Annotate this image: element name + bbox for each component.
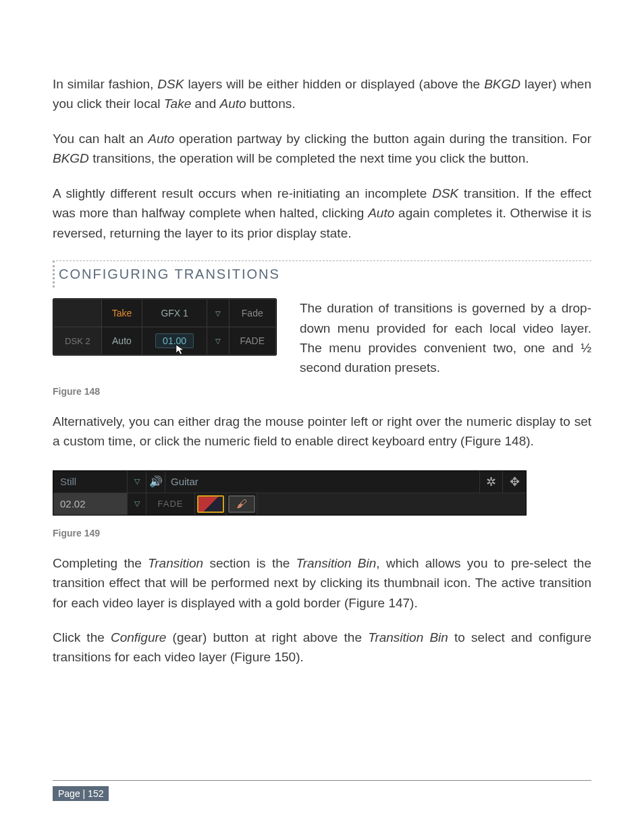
brush-icon: 🖌: [228, 495, 255, 513]
transition-thumbnail[interactable]: 🖌: [226, 493, 257, 515]
italic-transition-bin: Transition Bin: [296, 556, 377, 570]
italic-auto: Auto: [368, 206, 394, 220]
paragraph-1: In similar fashion, DSK layers will be e…: [53, 74, 591, 114]
fade-button[interactable]: FADE: [229, 327, 275, 355]
transition-thumbnail-active[interactable]: [195, 493, 226, 515]
text: Completing the: [53, 556, 148, 570]
fig148-empty-cell: [54, 300, 102, 327]
text: section is the: [203, 556, 296, 570]
paragraph-5: Alternatively, you can either drag the m…: [53, 412, 591, 451]
dropdown-icon[interactable]: ▽: [128, 471, 146, 493]
italic-dsk: DSK: [432, 186, 458, 200]
still-label: Still: [53, 471, 128, 493]
figure-148-caption: Figure 148: [53, 386, 591, 397]
duration-field[interactable]: 02.02: [53, 493, 128, 515]
italic-take: Take: [164, 96, 192, 111]
figure-149-image: Still ▽ 🔊 Guitar ✲ ✥ 02.02 ▽ FADE 🖌: [53, 470, 527, 516]
cursor-icon: [175, 343, 187, 356]
source-title: Guitar: [165, 471, 480, 493]
paragraph-2: You can halt an Auto operation partway b…: [53, 129, 591, 169]
italic-bkgd: BKGD: [484, 77, 520, 91]
fade-label: FADE: [146, 493, 195, 515]
auto-button[interactable]: Auto: [101, 327, 142, 355]
footer-rule: [53, 780, 591, 781]
paragraph-7: Click the Configure (gear) button at rig…: [53, 628, 591, 667]
fade-label: Fade: [229, 300, 275, 327]
section-heading-box: CONFIGURING TRANSITIONS: [53, 260, 591, 287]
paragraph-4: The duration of transitions is governed …: [300, 298, 591, 378]
gear-icon[interactable]: ✲: [480, 471, 503, 493]
italic-auto: Auto: [148, 132, 174, 146]
dropdown-icon[interactable]: ▽: [207, 300, 229, 327]
text: transitions, the operation will be compl…: [89, 151, 529, 165]
paragraph-6: Completing the Transition section is the…: [53, 553, 591, 613]
italic-configure: Configure: [111, 630, 166, 644]
text: (gear) button at right above the: [166, 630, 368, 644]
dsk2-label: DSK 2: [54, 327, 102, 355]
italic-bkgd: BKGD: [53, 151, 89, 165]
italic-transition: Transition: [148, 556, 203, 570]
duration-field[interactable]: 01.00: [142, 327, 207, 355]
figure-148-image: Take GFX 1 ▽ Fade DSK 2 Auto 01.00 ▽ FA: [53, 298, 277, 356]
move-icon[interactable]: ✥: [503, 471, 526, 493]
italic-auto: Auto: [220, 96, 246, 111]
text: layers will be either hidden or displaye…: [184, 77, 484, 91]
dropdown-icon[interactable]: ▽: [128, 493, 146, 515]
page-number: Page | 152: [53, 786, 109, 801]
section-heading: CONFIGURING TRANSITIONS: [59, 267, 280, 281]
page-footer: Page | 152: [53, 761, 591, 801]
text: A slightly different result occurs when …: [53, 186, 432, 200]
take-button[interactable]: Take: [101, 300, 142, 327]
italic-dsk: DSK: [157, 77, 184, 91]
text: In similar fashion,: [53, 77, 157, 91]
italic-transition-bin: Transition Bin: [368, 630, 448, 644]
dropdown-icon[interactable]: ▽: [207, 327, 229, 355]
audio-icon[interactable]: 🔊: [146, 471, 165, 493]
gfx-source-label[interactable]: GFX 1: [142, 300, 207, 327]
text: operation partway by clicking the button…: [174, 132, 591, 146]
transition-bin-empty: [257, 493, 526, 515]
text: You can halt an: [53, 132, 148, 146]
figure-149-caption: Figure 149: [53, 528, 591, 539]
text: Click the: [53, 630, 111, 644]
text: buttons.: [246, 96, 296, 111]
paragraph-3: A slightly different result occurs when …: [53, 184, 591, 243]
text: and: [191, 96, 219, 111]
